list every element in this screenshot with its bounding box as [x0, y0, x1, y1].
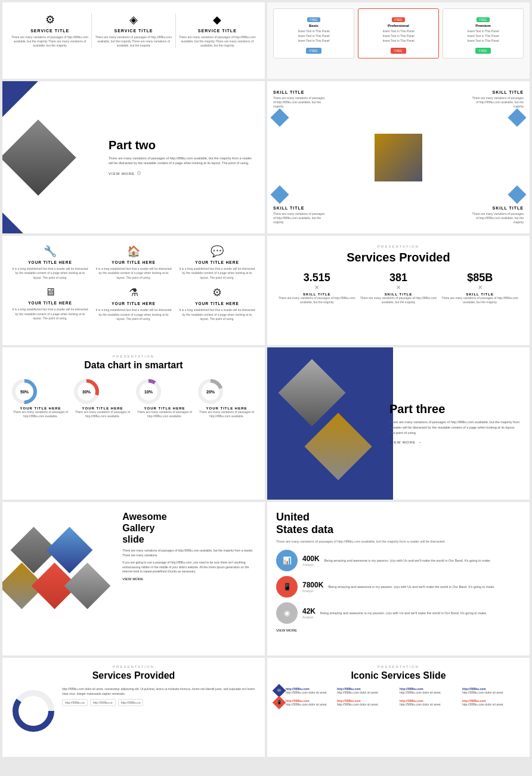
view-more-3[interactable]: VIEW MORE → — [389, 441, 521, 444]
services-links: http://588ku.co http://588ku.co http://5… — [62, 699, 258, 706]
services-title-6: Services Provided — [276, 251, 521, 264]
filter-icon: ⚗ — [95, 286, 172, 299]
icon-text-3: http://588ku.com http://588ku.com dolor … — [400, 687, 441, 694]
service-title-3: SERVICE TITLE — [176, 29, 259, 33]
slide-data-chart: PRESENTATION Data chart in smartart 50% … — [2, 347, 265, 499]
skill-title-1: SKILL TITLE — [273, 90, 327, 94]
slide-us-data: United States data There are many variat… — [267, 502, 530, 656]
us-stat-circle-1: 📊 — [276, 550, 298, 571]
us-stat-num-3: 42K — [302, 607, 316, 615]
icon-cell-2: http://588ku.com http://588ku.com dolor … — [337, 686, 397, 695]
item-title-3: YOUR TITLE HERE — [178, 260, 256, 264]
service-icon-3: ◆ — [176, 13, 259, 26]
gallery-text-2: If you are going to use a passage of htt… — [122, 561, 259, 574]
services-row: ⚙ SERVICE TITLE There are many variation… — [8, 8, 259, 53]
icon-cell-4: http://588ku.com http://588ku.com dolor … — [462, 686, 522, 695]
blue-triangle-top — [2, 81, 38, 117]
gallery-content: Awesome Gallery slide There are many var… — [122, 511, 259, 581]
plan-btn-pro[interactable]: FREE — [391, 48, 406, 54]
badge-free-2: FREE — [392, 17, 404, 22]
donut-label-4: 20% — [206, 390, 215, 394]
donut-2: 30% — [72, 377, 101, 407]
chart-4: 20% YOUR TITLE HERE There are many varia… — [196, 377, 258, 418]
plan-feature-8: Insert Text in This Panel — [447, 34, 519, 38]
gallery-view-more[interactable]: VIEW MORE — [122, 577, 259, 581]
service-col-1: ⚙ SERVICE TITLE There are many variation… — [8, 13, 91, 48]
stat-desc-2: There are many variations of passages of… — [358, 296, 440, 304]
icon-text-2: http://588ku.com http://588ku.com dolor … — [337, 687, 379, 694]
service-title-2: SERVICE TITLE — [92, 29, 175, 33]
icons-row-2: 📱 http://588ku.com http://588ku.com dolo… — [274, 698, 522, 707]
plan-name-basic: Basic — [277, 24, 350, 27]
us-stat-sub-3: Analyst — [302, 615, 316, 619]
plan-feature-2: Insert Text in This Panel — [277, 34, 350, 38]
us-stat-num-2: 7800K — [302, 581, 323, 589]
icon-text-8: http://588ku.com http://588ku.com dolor … — [462, 699, 504, 706]
stat-desc-1: There are many variations of passages of… — [276, 296, 358, 304]
plan-name-premium: Premium — [447, 24, 519, 27]
services-text-col: http://588ku.com dolor sit amet, consect… — [62, 687, 258, 706]
slide-services-bottom: PRESENTATION Services Provided http://58… — [2, 658, 265, 756]
chart-desc-3: There are many variations of passages of… — [134, 410, 196, 418]
link-3[interactable]: http://588ku.co — [118, 699, 144, 706]
slide-service-title: ⚙ SERVICE TITLE There are many variation… — [2, 2, 265, 79]
item-title-1: YOUR TITLE HERE — [11, 260, 89, 264]
chart-3: 10% YOUR TITLE HERE There are many varia… — [134, 377, 196, 418]
gallery-title: Awesome Gallery slide — [122, 511, 259, 546]
us-stat-sub-2: Analyst — [302, 589, 323, 593]
icon-text-6: http://588ku.com http://588ku.com dolor … — [337, 699, 379, 706]
arrow-icon-3: → — [418, 441, 422, 444]
wrench-icon: 🔧 — [11, 245, 89, 258]
diamond-image-area — [11, 131, 65, 184]
link-2[interactable]: http://588ku.co — [90, 699, 116, 706]
us-stat-info-2: 7800K Analyst — [302, 581, 323, 593]
circle-chart-container — [10, 687, 57, 735]
item-3: 💬 YOUR TITLE HERE It is a long establish… — [178, 245, 256, 281]
plan-name-professional: Professional — [362, 24, 435, 27]
item-text-6: It is a long established fact that a rea… — [178, 308, 256, 322]
us-stat-sub-1: Analyst — [302, 563, 320, 566]
diamond-img — [2, 119, 76, 195]
us-stat-text-2: Being amazing and awesome is my passion.… — [328, 584, 494, 589]
pricing-row: FREE Basic Insert Text in This Panel Ins… — [273, 8, 524, 58]
icon-text-5: http://588ku.com http://588ku.com dolor … — [286, 699, 327, 706]
donut-label-3: 10% — [144, 390, 153, 394]
plan-btn-premium[interactable]: FREE — [475, 48, 490, 54]
badge-free-3: FREE — [477, 17, 489, 22]
slide-pricing: FREE Basic Insert Text in This Panel Ins… — [267, 2, 530, 79]
stat-x-2: ✕ — [358, 284, 440, 291]
us-stat-circle-2: 📱 — [276, 576, 298, 598]
link-1[interactable]: http://588ku.co — [62, 699, 88, 706]
skill-icon-4 — [508, 185, 526, 204]
slide-services-stats: PRESENTATION Services Provided 3.515 ✕ S… — [267, 236, 530, 345]
stat-x-1: ✕ — [276, 284, 358, 291]
presentation-label-11: PRESENTATION — [10, 665, 258, 669]
skill-text-1: There are many variations of passages of… — [273, 96, 327, 109]
part-three-text: There are many variations of passages of… — [389, 420, 521, 436]
item-text-4: It is a long established fact that a rea… — [11, 307, 89, 321]
phone-icon: 📱 — [277, 700, 282, 705]
view-more-link[interactable]: VIEW MORE ⓘ — [109, 171, 253, 176]
part-two-label: Part two — [109, 138, 253, 152]
slide-part-two: Part two There are many variations of pa… — [2, 81, 265, 233]
part-three-content: Part three There are many variations of … — [389, 403, 521, 444]
plan-btn-basic[interactable]: FREE — [306, 48, 321, 54]
us-stat-num-1: 400K — [302, 555, 320, 563]
donut-label-2: 30% — [82, 390, 91, 394]
plan-feature-9: Insert Text in This Panel — [447, 39, 519, 42]
iconic-title: Iconic Services Slide — [274, 670, 522, 681]
skill-title-4: SKILL TITLE — [470, 206, 524, 210]
us-view-more[interactable]: VIEW MORE — [276, 629, 521, 632]
item-text-5: It is a long established fact that a rea… — [95, 308, 172, 322]
donut-1: 50% — [10, 377, 39, 407]
skill-icon-1 — [270, 109, 289, 127]
us-stat-info-1: 400K Analyst — [302, 555, 320, 566]
skill-title-2: SKILL TITLE — [470, 90, 524, 94]
chart-desc-2: There are many variations of passages of… — [72, 410, 134, 418]
part-three-label: Part three — [389, 403, 521, 417]
donut-3: 10% — [134, 377, 163, 407]
part-two-text: There are many variations of passages of… — [109, 156, 253, 167]
icon-cell-6: http://588ku.com http://588ku.com dolor … — [337, 698, 397, 707]
plan-feature-1: Insert Text in This Panel — [277, 29, 350, 33]
item-2: 🏠 YOUR TITLE HERE It is a long establish… — [95, 245, 172, 281]
